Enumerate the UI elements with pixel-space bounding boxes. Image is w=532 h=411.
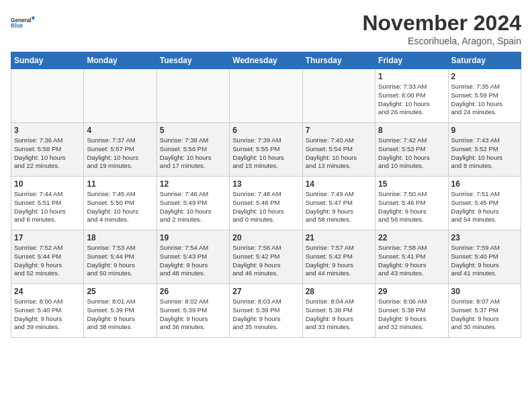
calendar-cell: 16Sunrise: 7:51 AMSunset: 5:45 PMDayligh… — [448, 177, 521, 230]
logo-svg: General Blue — [11, 11, 35, 35]
logo: General Blue — [11, 11, 35, 35]
calendar-cell: 21Sunrise: 7:57 AMSunset: 5:42 PMDayligh… — [302, 230, 375, 284]
day-number: 30 — [451, 287, 518, 296]
calendar-cell: 11Sunrise: 7:45 AMSunset: 5:50 PMDayligh… — [84, 177, 157, 230]
day-number: 2 — [451, 72, 518, 81]
calendar-cell: 19Sunrise: 7:54 AMSunset: 5:43 PMDayligh… — [157, 230, 229, 284]
calendar-week-row: 10Sunrise: 7:44 AMSunset: 5:51 PMDayligh… — [11, 177, 521, 230]
calendar-cell: 27Sunrise: 8:03 AMSunset: 5:39 PMDayligh… — [230, 284, 302, 338]
calendar-cell: 25Sunrise: 8:01 AMSunset: 5:39 PMDayligh… — [84, 284, 157, 338]
calendar-cell: 28Sunrise: 8:04 AMSunset: 5:38 PMDayligh… — [302, 284, 375, 338]
day-number: 9 — [451, 126, 518, 135]
calendar-week-row: 17Sunrise: 7:52 AMSunset: 5:44 PMDayligh… — [11, 230, 521, 284]
day-info: Sunrise: 7:52 AMSunset: 5:44 PMDaylight:… — [14, 244, 81, 278]
day-number: 14 — [306, 179, 372, 189]
day-number: 10 — [14, 179, 81, 189]
calendar-cell: 29Sunrise: 8:06 AMSunset: 5:38 PMDayligh… — [375, 284, 448, 338]
day-info: Sunrise: 7:56 AMSunset: 5:42 PMDaylight:… — [232, 244, 299, 278]
day-info: Sunrise: 7:46 AMSunset: 5:49 PMDaylight:… — [160, 190, 226, 224]
calendar-cell — [84, 69, 157, 123]
day-info: Sunrise: 7:54 AMSunset: 5:43 PMDaylight:… — [160, 244, 226, 278]
calendar-cell: 3Sunrise: 7:36 AMSunset: 5:58 PMDaylight… — [11, 123, 84, 177]
day-number: 8 — [378, 126, 445, 135]
day-number: 7 — [306, 126, 372, 135]
day-info: Sunrise: 7:37 AMSunset: 5:57 PMDaylight:… — [87, 136, 153, 171]
location: Escorihuela, Aragon, Spain — [362, 36, 521, 46]
weekday-header: Friday — [375, 52, 448, 69]
calendar-cell: 2Sunrise: 7:35 AMSunset: 5:59 PMDaylight… — [448, 69, 521, 123]
calendar-week-row: 3Sunrise: 7:36 AMSunset: 5:58 PMDaylight… — [11, 123, 521, 177]
calendar-cell — [11, 69, 84, 123]
calendar-cell: 6Sunrise: 7:39 AMSunset: 5:55 PMDaylight… — [230, 123, 302, 177]
calendar-cell: 22Sunrise: 7:58 AMSunset: 5:41 PMDayligh… — [375, 230, 448, 284]
day-number: 21 — [306, 233, 372, 242]
day-info: Sunrise: 7:49 AMSunset: 5:47 PMDaylight:… — [306, 190, 372, 224]
svg-text:General: General — [11, 17, 32, 24]
month-title: November 2024 — [362, 11, 521, 36]
calendar-cell: 18Sunrise: 7:53 AMSunset: 5:44 PMDayligh… — [84, 230, 157, 284]
day-info: Sunrise: 7:38 AMSunset: 5:56 PMDaylight:… — [160, 136, 226, 171]
day-number: 4 — [87, 126, 153, 135]
day-number: 3 — [14, 126, 81, 135]
calendar-cell: 8Sunrise: 7:42 AMSunset: 5:53 PMDaylight… — [375, 123, 448, 177]
calendar-body: 1Sunrise: 7:33 AMSunset: 6:00 PMDaylight… — [11, 69, 521, 338]
day-info: Sunrise: 7:48 AMSunset: 5:48 PMDaylight:… — [232, 190, 299, 224]
calendar-cell: 17Sunrise: 7:52 AMSunset: 5:44 PMDayligh… — [11, 230, 84, 284]
calendar-cell: 20Sunrise: 7:56 AMSunset: 5:42 PMDayligh… — [230, 230, 302, 284]
weekday-header: Monday — [84, 52, 157, 69]
day-number: 24 — [14, 287, 81, 296]
day-info: Sunrise: 7:57 AMSunset: 5:42 PMDaylight:… — [306, 244, 372, 278]
day-info: Sunrise: 7:45 AMSunset: 5:50 PMDaylight:… — [87, 190, 153, 224]
day-info: Sunrise: 7:40 AMSunset: 5:54 PMDaylight:… — [306, 136, 372, 171]
day-info: Sunrise: 7:35 AMSunset: 5:59 PMDaylight:… — [451, 83, 518, 117]
day-number: 29 — [378, 287, 445, 296]
day-number: 5 — [160, 126, 226, 135]
day-number: 28 — [306, 287, 372, 296]
calendar-cell: 5Sunrise: 7:38 AMSunset: 5:56 PMDaylight… — [157, 123, 229, 177]
weekday-header: Thursday — [302, 52, 375, 69]
day-info: Sunrise: 8:02 AMSunset: 5:39 PMDaylight:… — [160, 298, 226, 332]
day-number: 19 — [160, 233, 226, 242]
calendar-cell — [157, 69, 229, 123]
day-info: Sunrise: 7:51 AMSunset: 5:45 PMDaylight:… — [451, 190, 518, 224]
day-number: 16 — [451, 179, 518, 189]
day-number: 13 — [232, 179, 299, 189]
day-number: 18 — [87, 233, 153, 242]
weekday-header: Saturday — [448, 52, 521, 69]
weekday-header: Wednesday — [230, 52, 302, 69]
day-info: Sunrise: 8:07 AMSunset: 5:37 PMDaylight:… — [451, 298, 518, 332]
calendar-cell: 24Sunrise: 8:00 AMSunset: 5:40 PMDayligh… — [11, 284, 84, 338]
day-info: Sunrise: 8:06 AMSunset: 5:38 PMDaylight:… — [378, 298, 445, 332]
day-info: Sunrise: 7:36 AMSunset: 5:58 PMDaylight:… — [14, 136, 81, 171]
calendar-cell: 14Sunrise: 7:49 AMSunset: 5:47 PMDayligh… — [302, 177, 375, 230]
day-info: Sunrise: 7:43 AMSunset: 5:52 PMDaylight:… — [451, 136, 518, 171]
calendar-cell: 15Sunrise: 7:50 AMSunset: 5:46 PMDayligh… — [375, 177, 448, 230]
day-info: Sunrise: 7:42 AMSunset: 5:53 PMDaylight:… — [378, 136, 445, 171]
calendar-cell: 10Sunrise: 7:44 AMSunset: 5:51 PMDayligh… — [11, 177, 84, 230]
day-info: Sunrise: 7:59 AMSunset: 5:40 PMDaylight:… — [451, 244, 518, 278]
day-number: 20 — [232, 233, 299, 242]
calendar-cell: 23Sunrise: 7:59 AMSunset: 5:40 PMDayligh… — [448, 230, 521, 284]
day-info: Sunrise: 7:50 AMSunset: 5:46 PMDaylight:… — [378, 190, 445, 224]
calendar-header-row: SundayMondayTuesdayWednesdayThursdayFrid… — [11, 52, 521, 69]
day-info: Sunrise: 8:01 AMSunset: 5:39 PMDaylight:… — [87, 298, 153, 332]
weekday-header: Tuesday — [157, 52, 229, 69]
day-info: Sunrise: 8:00 AMSunset: 5:40 PMDaylight:… — [14, 298, 81, 332]
calendar-cell — [230, 69, 302, 123]
weekday-header: Sunday — [11, 52, 84, 69]
calendar-week-row: 1Sunrise: 7:33 AMSunset: 6:00 PMDaylight… — [11, 69, 521, 123]
day-number: 25 — [87, 287, 153, 296]
page-header: General Blue November 2024 Escorihuela, … — [11, 11, 521, 46]
day-number: 27 — [232, 287, 299, 296]
calendar-cell: 1Sunrise: 7:33 AMSunset: 6:00 PMDaylight… — [375, 69, 448, 123]
day-info: Sunrise: 7:33 AMSunset: 6:00 PMDaylight:… — [378, 83, 445, 117]
day-info: Sunrise: 7:39 AMSunset: 5:55 PMDaylight:… — [232, 136, 299, 171]
day-number: 17 — [14, 233, 81, 242]
calendar-cell: 7Sunrise: 7:40 AMSunset: 5:54 PMDaylight… — [302, 123, 375, 177]
day-number: 11 — [87, 179, 153, 189]
day-number: 26 — [160, 287, 226, 296]
calendar-cell — [302, 69, 375, 123]
day-number: 1 — [378, 72, 445, 81]
day-info: Sunrise: 7:44 AMSunset: 5:51 PMDaylight:… — [14, 190, 81, 224]
day-number: 12 — [160, 179, 226, 189]
